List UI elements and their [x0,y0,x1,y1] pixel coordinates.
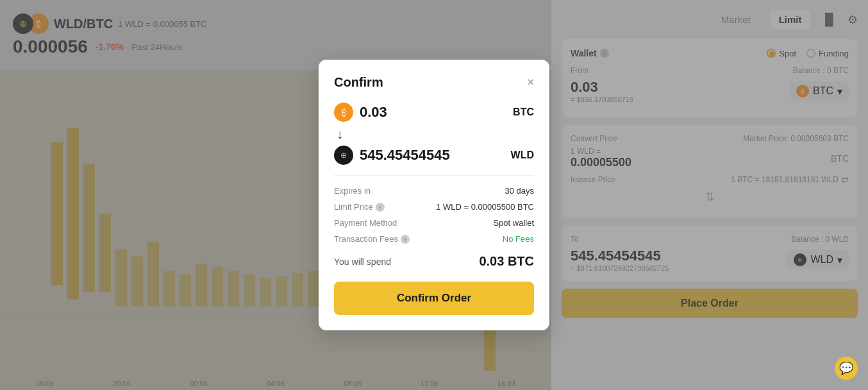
expires-label: Expires in [334,186,371,196]
fees-info-icon[interactable]: i [401,235,410,244]
limit-price-row: Limit Price i 1 WLD = 0.00005500 BTC [334,202,534,212]
modal-arrow-icon: ↓ [337,127,534,142]
confirm-modal: Confirm × ₿ 0.03 BTC ↓ ⊕ 545.45454545 WL… [319,60,549,330]
modal-title: Confirm [334,75,383,90]
modal-from-coin: ₿ 0.03 [334,103,387,122]
modal-wld-icon: ⊕ [334,146,353,165]
modal-from-currency: BTC [513,106,534,118]
fees-label: Transaction Fees i [334,234,410,244]
modal-from-row: ₿ 0.03 BTC [334,103,534,122]
limit-price-value: 1 WLD = 0.00005500 BTC [436,202,534,212]
spend-row: You will spend 0.03 BTC [334,254,534,269]
modal-to-currency: WLD [511,149,534,161]
modal-header: Confirm × [334,75,534,90]
modal-from-amount: 0.03 [360,104,387,121]
limit-price-info-icon[interactable]: i [376,203,385,212]
modal-to-amount: 545.45454545 [360,147,450,164]
payment-row: Payment Method Spot wallet [334,218,534,228]
confirm-order-button[interactable]: Confirm Order [334,282,534,315]
modal-to-coin: ⊕ 545.45454545 [334,146,450,165]
modal-details: Expires in 30 days Limit Price i 1 WLD =… [334,186,534,244]
fees-value: No Fees [503,234,534,244]
fees-row: Transaction Fees i No Fees [334,234,534,244]
expires-row: Expires in 30 days [334,186,534,196]
spend-label: You will spend [334,257,391,267]
modal-divider [334,175,534,176]
modal-to-row: ⊕ 545.45454545 WLD [334,146,534,165]
modal-btc-icon: ₿ [334,103,353,122]
payment-value: Spot wallet [493,218,534,228]
support-chat-button[interactable]: 💬 [835,357,858,380]
modal-overlay: Confirm × ₿ 0.03 BTC ↓ ⊕ 545.45454545 WL… [0,0,868,390]
modal-close-button[interactable]: × [527,76,534,89]
payment-label: Payment Method [334,218,397,228]
limit-price-label: Limit Price i [334,202,385,212]
spend-value: 0.03 BTC [479,254,534,269]
expires-value: 30 days [505,186,534,196]
